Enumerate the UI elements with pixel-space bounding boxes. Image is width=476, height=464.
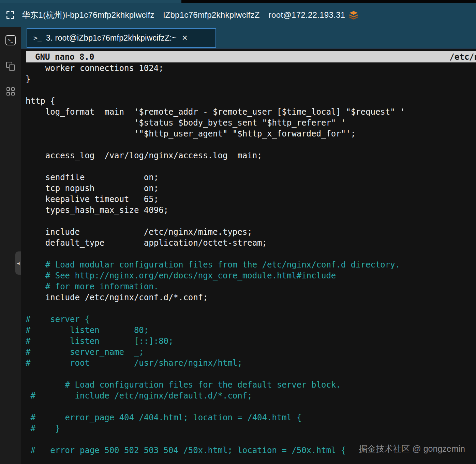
sidebar-item-apps[interactable] <box>4 85 17 98</box>
code-line: # include /etc/nginx/default.d/*.conf; <box>26 390 476 401</box>
code-line: access_log /var/log/nginx/access.log mai… <box>26 150 476 161</box>
chevron-left-icon: ◀ <box>17 261 20 265</box>
code-line: # See http://nginx.org/en/docs/ngx_core_… <box>26 270 476 281</box>
code-line <box>26 85 476 96</box>
top-strip-segment <box>0 0 181 3</box>
code-line <box>26 401 476 412</box>
code-line <box>26 248 476 259</box>
top-bar: 华东1(杭州)i-bp1c76mfp2khkpiwcifz iZbp1c76mf… <box>0 3 476 27</box>
code-line: include /etc/nginx/mime.types; <box>26 227 476 237</box>
code-line: http { <box>26 96 476 106</box>
watermark: 掘金技术社区 @ gongzemin <box>359 443 465 454</box>
code-line: sendfile on; <box>26 172 476 183</box>
code-line: '"$http_user_agent" "$http_x_forwarded_f… <box>26 128 476 139</box>
editor-content[interactable]: worker_connections 1024;} http { log_for… <box>21 62 476 456</box>
tab-close-button[interactable]: × <box>182 33 188 43</box>
code-line: log_format main '$remote_addr - $remote_… <box>26 106 476 117</box>
code-line <box>26 139 476 150</box>
code-line: } <box>26 74 476 85</box>
code-line <box>26 216 476 227</box>
terminal-icon: >_ <box>5 35 16 45</box>
code-line: # Load modular configuration files from … <box>26 259 476 270</box>
code-line: keepalive_timeout 65; <box>26 194 476 205</box>
panel-collapse-handle[interactable]: ◀ <box>15 251 21 275</box>
instance-label: 华东1(杭州)i-bp1c76mfp2khkpiwcifz <box>22 10 154 20</box>
code-line: # error_page 404 /404.html; location = /… <box>26 412 476 423</box>
hostname-label: iZbp1c76mfp2khkpiwcifzZ <box>163 10 260 20</box>
tab-bar: >_ 3. root@iZbp1c76mfp2khkpiwcifzZ:~ × <box>21 27 476 48</box>
code-line: # Load configuration files for the defau… <box>26 379 476 390</box>
nano-version-label: GNU nano 8.0 <box>26 52 94 62</box>
code-line <box>26 368 476 379</box>
tab-label: 3. root@iZbp1c76mfp2khkpiwcifzZ:~ <box>46 33 177 43</box>
login-label: root@172.22.193.31 <box>269 10 345 20</box>
code-line: # root /usr/share/nginx/html; <box>26 358 476 368</box>
code-line: # server_name _; <box>26 347 476 358</box>
tab-terminal-session[interactable]: >_ 3. root@iZbp1c76mfp2khkpiwcifzZ:~ × <box>27 28 216 48</box>
sidebar-item-terminal[interactable]: >_ <box>4 33 17 47</box>
code-line: include /etc/nginx/conf.d/*.conf; <box>26 292 476 303</box>
layers-icon <box>348 10 359 20</box>
grid-icon <box>6 87 15 96</box>
code-line: # listen 80; <box>26 325 476 336</box>
code-line: # server { <box>26 314 476 325</box>
code-line: worker_connections 1024; <box>26 63 476 74</box>
code-line <box>26 303 476 314</box>
code-line <box>26 161 476 172</box>
code-line: default_type application/octet-stream; <box>26 237 476 248</box>
terminal-prompt-icon: >_ <box>33 34 42 42</box>
nano-file-path: /etc/n <box>449 52 476 62</box>
code-line: # } <box>26 423 476 434</box>
copy-icon <box>6 62 15 71</box>
activity-sidebar: >_ <box>0 27 21 464</box>
fullscreen-icon[interactable] <box>5 10 15 20</box>
terminal-panel[interactable]: GNU nano 8.0 /etc/n worker_connections 1… <box>21 48 476 464</box>
code-line: types_hash_max_size 4096; <box>26 205 476 216</box>
nano-titlebar: GNU nano 8.0 /etc/n <box>26 51 476 62</box>
sidebar-item-files[interactable] <box>4 59 17 73</box>
top-strip <box>0 0 476 3</box>
code-line: # listen [::]:80; <box>26 336 476 347</box>
code-line: # for more information. <box>26 281 476 292</box>
code-line: '$status $body_bytes_sent "$http_referer… <box>26 117 476 128</box>
code-line: tcp_nopush on; <box>26 183 476 194</box>
